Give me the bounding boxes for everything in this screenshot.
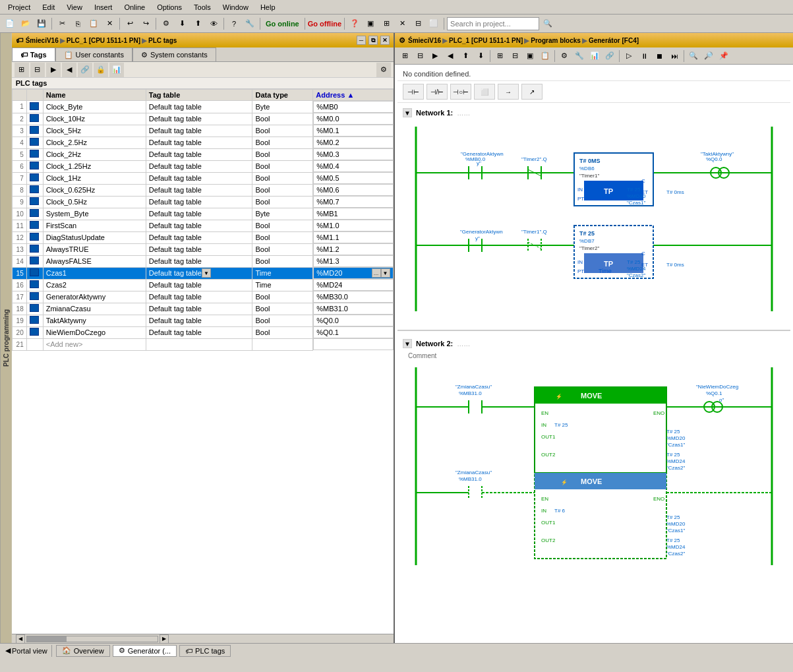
diag-btn[interactable]: 🔧: [243, 16, 257, 31]
menu-edit[interactable]: Edit: [37, 2, 60, 13]
cut-btn[interactable]: ✂: [55, 16, 69, 31]
ladder-ncc-btn[interactable]: ⊣/⊢: [426, 84, 448, 100]
tag-address[interactable]: %Q0.1: [313, 326, 393, 338]
table-row[interactable]: 8Clock_0.625HzDefault tag tableBool%M0.6: [12, 184, 393, 196]
rt-btn12[interactable]: 🔧: [572, 49, 587, 63]
network1-collapse[interactable]: ▼: [403, 108, 412, 117]
restore-btn[interactable]: ⧉: [368, 36, 378, 45]
tag-table[interactable]: Default tag table: [146, 113, 252, 125]
tag-address[interactable]: %MB1: [313, 208, 393, 220]
table-row[interactable]: 16Czas2Default tag tableTime%MD24: [12, 279, 393, 291]
tag-address[interactable]: %MB31.0: [313, 303, 393, 315]
table-row[interactable]: 10System_ByteDefault tag tableByte%MB1: [12, 208, 393, 220]
table-row[interactable]: 4Clock_2.5HzDefault tag tableBool%M0.2: [12, 137, 393, 148]
tag-table[interactable]: Default tag table: [146, 220, 252, 231]
tag-address[interactable]: %Q0.0: [313, 315, 393, 326]
search-go-btn[interactable]: 🔍: [541, 16, 555, 31]
menu-project[interactable]: Project: [3, 2, 36, 13]
rt-btn2[interactable]: ⊟: [413, 49, 427, 63]
ladder-out-btn[interactable]: ⊣○⊢: [450, 84, 471, 100]
tag-name[interactable]: Clock_0.625Hz: [43, 184, 146, 196]
compile-btn[interactable]: ⚙: [159, 16, 173, 31]
menu-window[interactable]: Window: [218, 2, 254, 13]
download-btn[interactable]: ⬇: [175, 16, 189, 31]
open-btn[interactable]: 📂: [18, 16, 33, 31]
table-row[interactable]: 15Czas1Default tag table▼Time%MD20…▼: [12, 267, 393, 279]
status-tab-generator[interactable]: ⚙ Generátor (...: [113, 645, 177, 657]
table-btn1[interactable]: ⊞: [15, 63, 29, 77]
help2-btn[interactable]: ❓: [347, 16, 362, 31]
tag-table[interactable]: Default tag table: [146, 231, 252, 243]
rt-btn20[interactable]: 🔎: [701, 49, 716, 63]
tag-data-type[interactable]: [252, 338, 313, 350]
minimize-btn[interactable]: ─: [357, 36, 366, 45]
rt-btn5[interactable]: ⬆: [458, 49, 473, 63]
col-name[interactable]: Name: [43, 90, 146, 101]
new-btn[interactable]: 📄: [3, 16, 17, 31]
ladder-noc-btn[interactable]: ⊣⊢: [403, 84, 424, 100]
tag-data-type[interactable]: Bool: [252, 231, 313, 243]
tag-address[interactable]: %M0.3: [313, 148, 393, 160]
tag-name[interactable]: Clock_Byte: [43, 101, 146, 113]
menu-tools[interactable]: Tools: [189, 2, 216, 13]
tag-table[interactable]: Default tag table: [146, 208, 252, 220]
tag-data-type[interactable]: Bool: [252, 315, 313, 326]
copy-btn[interactable]: ⎘: [71, 16, 85, 31]
tag-table[interactable]: Default tag table: [146, 125, 252, 137]
tag-table[interactable]: Default tag table: [146, 291, 252, 303]
tag-name[interactable]: Clock_10Hz: [43, 113, 146, 125]
table-btn4[interactable]: ◀: [62, 63, 76, 77]
ladder-box-btn[interactable]: ⬜: [474, 84, 495, 100]
rt-btn14[interactable]: 🔗: [602, 49, 617, 63]
table-dropdown-btn[interactable]: ▼: [202, 268, 211, 278]
table-row[interactable]: 1Clock_ByteDefault tag tableByte%MB0: [12, 101, 393, 113]
tag-name[interactable]: Clock_1.25Hz: [43, 160, 146, 172]
tag-name[interactable]: AlwaysFALSE: [43, 255, 146, 267]
tag-table[interactable]: Default tag table: [146, 184, 252, 196]
scroll-right[interactable]: ▶: [160, 634, 169, 644]
addr-browse-btn[interactable]: …: [372, 268, 381, 278]
rt-btn4[interactable]: ◀: [443, 49, 457, 63]
view1-btn[interactable]: ▣: [363, 16, 378, 31]
table-row[interactable]: 9Clock_0.5HzDefault tag tableBool%M0.7: [12, 196, 393, 208]
rt-btn17[interactable]: ⏹: [652, 49, 666, 63]
tag-table[interactable]: Default tag table: [146, 255, 252, 267]
close-all-btn[interactable]: ✕: [395, 16, 409, 31]
close-btn[interactable]: ✕: [380, 36, 390, 45]
tag-address[interactable]: %M0.4: [313, 160, 393, 172]
menu-view[interactable]: View: [61, 2, 88, 13]
tag-data-type[interactable]: Byte: [252, 208, 313, 220]
col-addr[interactable]: Address ▲: [313, 90, 394, 101]
tag-address[interactable]: %M0.7: [313, 196, 393, 208]
undo-btn[interactable]: ↩: [123, 16, 137, 31]
rt-btn11[interactable]: ⚙: [557, 49, 572, 63]
tag-data-type[interactable]: Bool: [252, 243, 313, 255]
tab-user-constants[interactable]: 📋 User constants: [55, 47, 132, 61]
tag-data-type[interactable]: Time: [252, 279, 313, 291]
tag-table[interactable]: Default tag table: [146, 243, 252, 255]
tag-name[interactable]: Czas2: [43, 279, 146, 291]
table-row[interactable]: 5Clock_2HzDefault tag tableBool%M0.3: [12, 148, 393, 160]
tag-name[interactable]: NieWiemDoCzego: [43, 326, 146, 338]
tag-name[interactable]: GeneratorAktywny: [43, 291, 146, 303]
tag-name[interactable]: Clock_2Hz: [43, 148, 146, 160]
upload-btn[interactable]: ⬆: [191, 16, 205, 31]
delete-btn[interactable]: ✕: [102, 16, 117, 31]
tag-data-type[interactable]: Bool: [252, 113, 313, 125]
tag-data-type[interactable]: Bool: [252, 326, 313, 338]
status-tab-plctags[interactable]: 🏷 PLC tags: [179, 645, 231, 657]
table-btn5[interactable]: 🔗: [78, 63, 92, 77]
table-row[interactable]: 6Clock_1.25HzDefault tag tableBool%M0.4: [12, 160, 393, 172]
tile-btn[interactable]: ⊟: [411, 16, 425, 31]
tag-data-type[interactable]: Bool: [252, 220, 313, 231]
table-row[interactable]: 20NieWiemDoCzegoDefault tag tableBool%Q0…: [12, 326, 393, 338]
scroll-left[interactable]: ◀: [16, 634, 25, 644]
tag-address[interactable]: %M0.2: [313, 137, 393, 148]
h-scrollbar[interactable]: ◀ ▶: [12, 634, 394, 643]
tag-data-type[interactable]: Bool: [252, 184, 313, 196]
rt-btn10[interactable]: 📋: [538, 49, 552, 63]
tag-table[interactable]: Default tag table: [146, 315, 252, 326]
ladder-vbranch-btn[interactable]: ↗: [521, 84, 543, 100]
rt-btn18[interactable]: ⏭: [667, 49, 682, 63]
search-input[interactable]: [447, 17, 539, 30]
